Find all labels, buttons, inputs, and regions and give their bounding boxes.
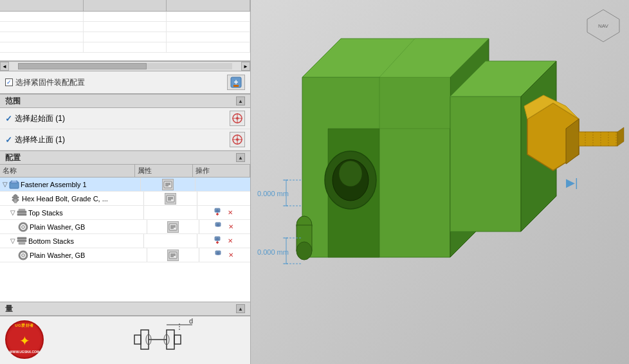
row-4-attr	[144, 234, 197, 248]
svg-rect-25	[17, 214, 26, 215]
viewport-panel: 0.000 mm 0.000 mm ▶| NAV	[251, 0, 629, 364]
diagram-area: d	[115, 317, 231, 361]
config-row-3[interactable]: Plain Washer, GB	[0, 220, 250, 234]
row-2-text: Top Stacks	[28, 209, 63, 217]
row-1-name: Hex Head Bolt, Grade C, ...	[0, 192, 144, 205]
row-4-op[interactable]: ✕	[197, 234, 250, 248]
attr-svg-0	[163, 180, 172, 189]
expand-icon-2[interactable]: ▽	[10, 209, 15, 216]
range-item-start: ✓ 选择起始面 (1)	[0, 108, 250, 129]
config-row-4[interactable]: ▽ Bottom Stacks	[0, 234, 250, 248]
svg-rect-88	[579, 132, 617, 146]
horizontal-scrollbar[interactable]: ◄ ►	[0, 61, 250, 71]
svg-marker-65	[134, 335, 141, 344]
svg-rect-2	[233, 85, 239, 87]
svg-marker-66	[174, 335, 181, 344]
bottom-section-title: 量	[5, 304, 13, 314]
delete-op-icon-2[interactable]: ✕	[224, 207, 236, 219]
delete-op-icon-3[interactable]: ✕	[225, 221, 237, 233]
range-start-label: 选择起始面 (1)	[15, 113, 65, 124]
svg-rect-45	[19, 242, 25, 244]
attr-svg-5	[169, 251, 178, 260]
row-1-op	[197, 192, 250, 205]
config-row-0[interactable]: ▽ Fastener Assembly 1	[0, 177, 250, 192]
add-op-icon-2[interactable]	[212, 207, 223, 219]
scrollbar-track[interactable]	[18, 63, 232, 69]
row-3-op[interactable]: ✕	[199, 220, 250, 233]
table-row	[0, 32, 250, 42]
table-header-col2	[84, 0, 167, 11]
range-collapse-button[interactable]: ▲	[236, 96, 245, 105]
attr-icon-0[interactable]	[162, 179, 174, 190]
range-start-button[interactable]	[230, 111, 245, 126]
svg-rect-24	[17, 211, 26, 213]
config-row-2[interactable]: ▽ Top Stacks	[0, 206, 250, 220]
viewport-svg: 0.000 mm 0.000 mm ▶|	[251, 0, 629, 364]
logo-container: UG爱好者 ✦ WWW.UGSNX.COM	[5, 320, 44, 359]
delete-op-icon-5[interactable]: ✕	[225, 250, 237, 261]
table-header	[0, 0, 250, 12]
svg-point-53	[22, 253, 25, 257]
svg-point-97	[296, 242, 312, 260]
col-name-header: 名称	[0, 165, 135, 177]
checkbox-section: ✓ 选择紧固件装配配置 +	[0, 71, 250, 94]
row-0-text: Fastener Assembly 1	[21, 181, 87, 188]
checkbox-label[interactable]: ✓ 选择紧固件装配配置	[5, 77, 85, 88]
scrollbar-thumb[interactable]	[18, 63, 147, 69]
table-row	[0, 42, 250, 53]
range-section-header: 范围 ▲	[0, 94, 250, 108]
logo-bottom-text: WWW.UGSNX.COM	[6, 350, 42, 354]
attr-svg-1	[166, 194, 175, 203]
add-op-icon-3[interactable]	[212, 221, 224, 233]
expand-icon-4[interactable]: ▽	[10, 237, 15, 244]
row-2-attr	[144, 206, 197, 219]
row-0-name: ▽ Fastener Assembly 1	[0, 177, 141, 191]
config-section-title: 配置	[5, 152, 21, 163]
range-section-title: 范围	[5, 96, 21, 107]
scroll-right-button[interactable]: ►	[241, 62, 250, 71]
table-row	[0, 12, 250, 22]
svg-rect-43	[17, 237, 26, 239]
add-cross-svg-4	[212, 236, 223, 246]
config-section-header: 配置 ▲	[0, 150, 250, 165]
config-collapse-button[interactable]: ▲	[236, 153, 245, 162]
washer-icon-3	[18, 222, 28, 232]
svg-rect-13	[12, 180, 16, 181]
add-cross-svg	[212, 208, 223, 218]
bottom-section-header: 量 ▲	[0, 302, 250, 316]
nav-cube[interactable]: NAV	[584, 6, 623, 45]
range-end-button[interactable]	[230, 132, 245, 147]
add-button[interactable]: +	[227, 75, 245, 90]
delete-op-icon-4[interactable]: ✕	[224, 235, 236, 247]
attr-icon-1[interactable]	[165, 193, 176, 205]
add-op-icon-4[interactable]	[212, 235, 223, 247]
config-row-5[interactable]: Plain Washer, GB	[0, 248, 250, 262]
bottom-collapse-button[interactable]: ▲	[236, 304, 245, 313]
logo-circle: UG爱好者 ✦ WWW.UGSNX.COM	[5, 320, 44, 359]
attr-icon-5[interactable]	[167, 250, 179, 261]
end-check-icon: ✓	[5, 135, 12, 145]
row-2-op[interactable]: ✕	[197, 206, 250, 219]
row-3-text: Plain Washer, GB	[30, 223, 85, 231]
scroll-left-button[interactable]: ◄	[0, 62, 9, 71]
range-end-label: 选择终止面 (1)	[15, 134, 65, 145]
expand-icon-0[interactable]: ▽	[3, 181, 8, 188]
config-body: ▽ Fastener Assembly 1	[0, 177, 250, 302]
row-3-name: Plain Washer, GB	[0, 220, 147, 233]
config-section: 名称 属性 操作 ▽ Fastener Assembly 1	[0, 165, 250, 302]
logo-top-text: UG爱好者	[6, 323, 42, 329]
row-2-name: ▽ Top Stacks	[0, 206, 144, 219]
row-4-text: Bottom Stacks	[28, 237, 74, 245]
svg-text:NAV: NAV	[598, 23, 609, 29]
add-cross-svg-5	[213, 250, 223, 260]
attr-icon-3[interactable]	[167, 221, 179, 233]
add-op-icon-5[interactable]	[212, 250, 224, 261]
range-item-end: ✓ 选择终止面 (1)	[0, 129, 250, 150]
bolt-icon	[10, 194, 21, 204]
nav-cube-svg: NAV	[584, 6, 623, 45]
config-row-1[interactable]: Hex Head Bolt, Grade C, ...	[0, 192, 250, 206]
fastener-config-checkbox[interactable]: ✓	[5, 78, 13, 86]
table-area	[0, 0, 250, 61]
row-5-op[interactable]: ✕	[199, 248, 250, 262]
svg-point-79	[339, 161, 362, 187]
